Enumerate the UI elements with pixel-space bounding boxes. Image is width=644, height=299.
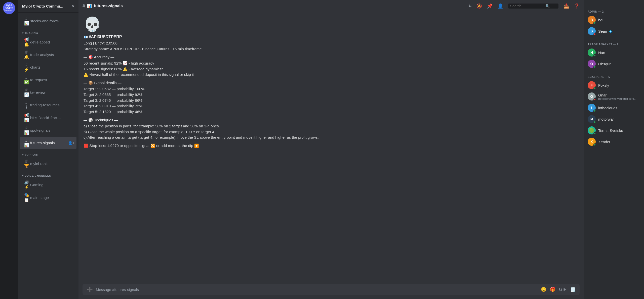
input-toolbar: 😊 🎁 GIF 🗒️ — [541, 287, 576, 292]
voice-icon: 🔊 ⚡ — [24, 180, 29, 189]
channel-item-trade-analysts[interactable]: # 🔔 trade-analysts — [20, 48, 76, 61]
strategy-line: Strategy name: API3USDTPERP - Binance Fu… — [84, 46, 580, 52]
avatar-gnar: G — [588, 92, 596, 101]
category-voice[interactable]: ▾ VOICE CHANNELS — [18, 170, 78, 178]
member-xender[interactable]: X Xender — [586, 136, 642, 147]
email-icon: 📧 — [84, 35, 88, 39]
channel-item-mylol-rank[interactable]: # 🏆 mylol-rank — [20, 158, 76, 170]
help-icon[interactable]: ❓ — [574, 3, 580, 9]
message-group: 💀 📧 #API3USDTPERP Long | Entry: 2.0500 S… — [83, 16, 580, 148]
channel-item-stocks[interactable]: # 📊 stocks-and-forex-... — [20, 15, 76, 27]
messages-area: 💀 📧 #API3USDTPERP Long | Entry: 2.0500 S… — [78, 12, 584, 280]
target-1: Target 1: 2.0582 — probability 100% — [84, 86, 580, 92]
hashtag-icon[interactable]: ⌗ — [469, 3, 471, 9]
verified-icon: 💠 — [609, 30, 613, 33]
channel-item-bfr[interactable]: 📢 📊 bfr's-flaccid-fract... — [20, 111, 76, 124]
channel-name: futures-signals — [30, 141, 67, 145]
channel-item-ta-review[interactable]: # 📉 ta-review — [20, 86, 76, 98]
channel-item-get-slapped[interactable]: 📢🔔 get-slapped — [20, 36, 76, 48]
avatar-foxsly: F — [588, 81, 596, 89]
search-bar[interactable]: 🔍 — [508, 4, 558, 9]
member-han[interactable]: H Han — [586, 47, 642, 58]
member-info-han: Han — [598, 51, 640, 55]
channel-name: Gaming — [30, 183, 74, 187]
member-bgl[interactable]: B bgl — [586, 14, 642, 25]
channel-name: ta-review — [30, 90, 74, 94]
member-info-terms: Terms-Svetsko — [598, 128, 640, 133]
channel-name: bfr's-flaccid-fract... — [30, 116, 74, 120]
channel-name: trading-resources — [30, 103, 74, 107]
avatar-xender: X — [588, 138, 596, 146]
technique-c: c) After reaching a certain target (targ… — [84, 135, 580, 140]
member-info-foxsly: Foxsly — [598, 83, 640, 87]
member-name-han: Han — [598, 51, 640, 55]
avatar-sean: S — [588, 27, 596, 35]
server-icon[interactable]: Mylol Crypto Commu... — [3, 2, 15, 14]
accuracy-1: 50 recent signals: 92% 📈 - high accuracy — [84, 61, 580, 66]
plus-icon[interactable]: ➕ — [87, 286, 93, 292]
member-gnar[interactable]: G Gnar Be careful who you trust serg... — [586, 91, 642, 102]
channel-item-gaming[interactable]: 🔊 ⚡ Gaming — [20, 178, 76, 191]
member-obsqur[interactable]: O Obsqur — [586, 58, 642, 69]
member-name-sean: Sean 💠 — [598, 29, 640, 33]
avatar-motorwar: M — [588, 115, 596, 123]
message-input-bar[interactable]: ➕ Message #futures-signals 😊 🎁 GIF 🗒️ — [83, 284, 580, 295]
accuracy-section: — 🎯 Accuracy — 50 recent signals: 92% 📈 … — [84, 55, 580, 77]
status-indicator — [593, 132, 596, 135]
emoji-icon[interactable]: 😊 — [541, 287, 546, 292]
sticker-icon[interactable]: 🗒️ — [570, 287, 576, 292]
scalpers-category: SCALPERS — 6 — [586, 71, 642, 79]
server-sidebar: Mylol Crypto Commu... — [0, 0, 18, 299]
channel-item-charts[interactable]: # ⚡ charts — [20, 61, 76, 73]
status-indicator — [593, 33, 596, 35]
gift-icon[interactable]: 🎁 — [550, 287, 555, 292]
channel-item-futures-signals[interactable]: # 📊 futures-signals 👤+ — [20, 137, 76, 149]
member-name-terms: Terms-Svetsko — [598, 128, 640, 133]
category-support[interactable]: ▾ SUPPORT — [18, 149, 78, 157]
techniques-header: — 🎲 Techniques — — [84, 118, 580, 123]
avatar-terms-svetsko: 🟢 — [588, 126, 596, 134]
channel-name: mylol-rank — [30, 162, 74, 166]
admin-category: ADMIN — 2 — [586, 6, 642, 14]
category-label: TRADING — [25, 31, 38, 34]
status-indicator — [593, 98, 596, 101]
category-label: SUPPORT — [25, 153, 39, 156]
member-name-bgl: bgl — [598, 18, 640, 22]
member-intheclouds[interactable]: I intheclouds — [586, 102, 642, 113]
channel-check-icon: # ✅ — [24, 75, 29, 84]
channel-name: trade-analysts — [30, 53, 74, 57]
channel-trophy-icon: # 🏆 — [24, 159, 29, 168]
notifications-icon[interactable]: 🔕 — [476, 3, 482, 9]
member-list: ADMIN — 2 B bgl S Sean 💠 TRADE ANALYST —… — [584, 0, 644, 299]
channel-hash-icon: # 📊 — [24, 16, 29, 26]
channel-item-main-stage[interactable]: 🎭 📋 main-stage — [20, 191, 76, 204]
target-3: Target 3: 2.0745 — probability 86% — [84, 98, 580, 103]
pin-icon[interactable]: 📌 — [487, 3, 493, 9]
category-trading[interactable]: ▾ TRADING — [18, 27, 78, 35]
member-info-xender: Xender — [598, 140, 640, 144]
channel-item-ta-request[interactable]: # ✅ ta-request — [20, 74, 76, 86]
member-info-bgl: bgl — [598, 18, 640, 22]
add-member-icon[interactable]: 👤+ — [68, 141, 74, 145]
entry-line: Long | Entry: 2.0500 — [84, 41, 580, 46]
topbar-channel-label: futures-signals — [94, 4, 123, 8]
server-header[interactable]: Mylol Crypto Commu... ✕ — [18, 0, 78, 13]
channel-list: # 📊 stocks-and-forex-... ▾ TRADING 📢🔔 ge… — [18, 13, 78, 206]
skull-emoji: 💀 — [84, 16, 580, 33]
members-icon[interactable]: 👤 — [498, 3, 503, 9]
gif-icon[interactable]: GIF — [559, 287, 567, 292]
status-indicator — [593, 110, 596, 112]
member-foxsly[interactable]: F Foxsly — [586, 80, 642, 91]
search-input[interactable] — [510, 4, 545, 8]
inbox-icon[interactable]: 📥 — [564, 3, 569, 9]
member-motorwar[interactable]: M motorwar — [586, 114, 642, 125]
channel-item-spot-signals[interactable]: # 📊 spot-signals — [20, 124, 76, 136]
message-body: 📧 #API3USDTPERP Long | Entry: 2.0500 Str… — [84, 35, 580, 148]
channel-name: spot-signals — [30, 128, 74, 132]
channel-name: charts — [30, 65, 74, 69]
channel-hash-icon: # 📊 — [24, 138, 29, 147]
channel-item-trading-resources[interactable]: # ℹ trading-resources — [20, 99, 76, 111]
status-indicator — [593, 87, 596, 89]
member-terms-svetsko[interactable]: 🟢 Terms-Svetsko — [586, 125, 642, 136]
member-sean[interactable]: S Sean 💠 — [586, 26, 642, 37]
